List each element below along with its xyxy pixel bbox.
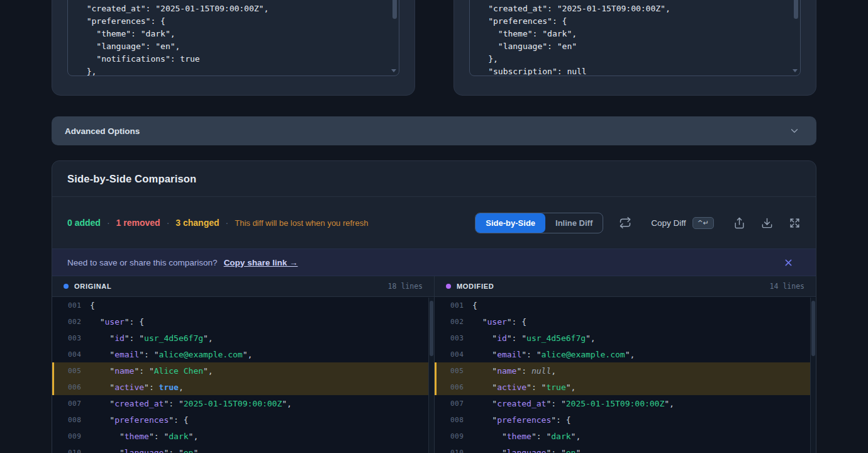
code-text: "email": "alice@example.com", (90, 350, 252, 359)
diff-line: 005 "name": null, (435, 362, 816, 379)
code-text: "id": "usr_4d5e6f7g", (472, 333, 596, 343)
diff-line: 009 "theme": "dark", (52, 428, 434, 444)
side-by-side-tab[interactable]: Side-by-Side (476, 213, 545, 233)
modified-panel-label: MODIFIED (457, 282, 494, 290)
diff-stats: 0 added · 1 removed · 3 changed · This d… (67, 218, 368, 228)
modified-dot-icon (446, 284, 451, 289)
line-number: 004 (68, 350, 84, 359)
diff-line: 002 "user": { (435, 313, 816, 330)
view-mode-toggle: Side-by-Side Inline Diff (475, 213, 603, 233)
banner-close-button[interactable] (784, 258, 793, 267)
scrollbar-thumb[interactable] (430, 301, 433, 356)
code-text: "language": "en", (90, 448, 203, 453)
expand-icon (789, 217, 801, 229)
page-title: Side-by-Side Comparison (67, 173, 196, 185)
modified-line-count: 14 lines (770, 282, 804, 291)
diff-line: 008 "preferences": { (435, 411, 816, 428)
modified-panel-header: MODIFIED 14 lines (435, 276, 816, 297)
advanced-options-toggle[interactable]: Advanced Options (52, 116, 816, 145)
line-number: 009 (450, 432, 467, 440)
line-number: 003 (450, 334, 467, 342)
original-editor-scrollbar-thumb[interactable] (392, 0, 397, 19)
line-number: 007 (450, 400, 467, 408)
code-text: "preferences": { (90, 415, 189, 425)
scrollbar-thumb[interactable] (811, 301, 815, 356)
diff-line: 001{ (435, 297, 816, 313)
copy-share-link[interactable]: Copy share link → (224, 258, 298, 267)
code-text: "email": "alice@example.com", (472, 350, 635, 359)
code-text: "name": "Alice Chen", (90, 366, 213, 376)
scroll-down-arrow-icon[interactable] (391, 69, 396, 72)
diff-line: 010 "language": "en" (435, 444, 816, 453)
original-line-count: 18 lines (388, 282, 423, 291)
diff-line: 005 "name": "Alice Chen", (52, 362, 434, 379)
diff-line: 009 "theme": "dark", (435, 428, 816, 444)
code-text: { (472, 301, 477, 310)
code-text: "name": null, (472, 366, 556, 376)
scroll-down-arrow-icon[interactable] (793, 69, 798, 72)
line-number: 010 (450, 449, 467, 453)
diff-line: 002 "user": { (52, 313, 434, 330)
diff-line: 003 "id": "usr_4d5e6f7g", (52, 330, 434, 346)
original-panel-label: ORIGINAL (74, 282, 111, 290)
removed-count: 1 removed (116, 218, 160, 228)
code-text: { (90, 301, 95, 310)
copy-diff-button[interactable]: Copy Diff ^↵ (647, 216, 718, 230)
code-text: "active": "true", (472, 383, 576, 392)
modified-diff-panel: MODIFIED 14 lines 001{002 "user": {003 "… (434, 276, 816, 453)
modified-editor-scrollbar-thumb[interactable] (794, 0, 798, 19)
modified-json-input[interactable]: "created_at": "2025-01-15T09:00:00Z", "p… (469, 0, 801, 76)
code-text: "theme": "dark", (90, 432, 198, 441)
chevron-down-icon (789, 125, 800, 137)
diff-line: 007 "created_at": "2025-01-15T09:00:00Z"… (435, 395, 816, 411)
code-text: "id": "usr_4d5e6f7g", (90, 333, 213, 343)
share-button[interactable] (733, 217, 745, 229)
swap-sides-button[interactable] (619, 216, 632, 229)
line-number: 005 (450, 367, 467, 375)
changed-count: 3 changed (175, 218, 219, 228)
advanced-options-label: Advanced Options (65, 126, 140, 136)
diff-line: 001{ (52, 297, 434, 313)
line-number: 001 (450, 301, 467, 310)
copy-diff-shortcut-badge: ^↵ (693, 217, 714, 229)
fullscreen-button[interactable] (789, 217, 801, 229)
download-icon (761, 217, 773, 229)
close-icon (784, 258, 793, 267)
toolbar-actions: Side-by-Side Inline Diff Copy Diff ^↵ (475, 213, 801, 233)
stat-separator: · (226, 218, 229, 228)
share-banner-message: Need to save or share this comparison? (67, 258, 218, 267)
line-number: 008 (450, 416, 467, 424)
download-button[interactable] (761, 217, 773, 229)
page: "created_at": "2025-01-15T09:00:00Z", "p… (52, 0, 816, 453)
stat-separator: · (167, 218, 170, 228)
original-diff-scrollbar[interactable] (428, 298, 434, 453)
line-number: 003 (68, 334, 84, 342)
added-count: 0 added (67, 218, 101, 228)
copy-diff-label: Copy Diff (651, 218, 686, 228)
original-json-text[interactable]: "created_at": "2025-01-15T09:00:00Z", "p… (77, 3, 269, 76)
code-text: "language": "en" (472, 448, 581, 453)
line-number: 006 (68, 383, 84, 391)
original-json-input[interactable]: "created_at": "2025-01-15T09:00:00Z", "p… (67, 0, 399, 76)
original-editor-card: "created_at": "2025-01-15T09:00:00Z", "p… (52, 0, 415, 96)
original-diff-panel: ORIGINAL 18 lines 001{002 "user": {003 "… (52, 276, 434, 453)
code-text: "preferences": { (472, 415, 571, 425)
diff-grid: ORIGINAL 18 lines 001{002 "user": {003 "… (52, 276, 816, 453)
modified-json-text[interactable]: "created_at": "2025-01-15T09:00:00Z", "p… (479, 3, 670, 76)
line-number: 001 (68, 301, 84, 310)
comparison-card: Side-by-Side Comparison 0 added · 1 remo… (52, 160, 816, 453)
code-text: "user": { (90, 317, 144, 327)
inline-diff-tab[interactable]: Inline Diff (545, 213, 603, 233)
stat-separator: · (107, 218, 110, 228)
share-icon (733, 217, 745, 229)
line-number: 006 (450, 383, 467, 391)
refresh-warning: This diff will be lost when you refresh (235, 218, 368, 228)
line-number: 005 (68, 367, 84, 375)
diff-line: 007 "created_at": "2025-01-15T09:00:00Z"… (52, 395, 434, 411)
code-text: "theme": "dark", (472, 432, 581, 441)
code-text: "created_at": "2025-01-15T09:00:00Z", (90, 399, 292, 408)
line-number: 010 (68, 449, 84, 453)
code-text: "created_at": "2025-01-15T09:00:00Z", (472, 399, 674, 408)
modified-diff-code: 001{002 "user": {003 "id": "usr_4d5e6f7g… (435, 297, 816, 453)
modified-diff-scrollbar[interactable] (810, 298, 816, 453)
